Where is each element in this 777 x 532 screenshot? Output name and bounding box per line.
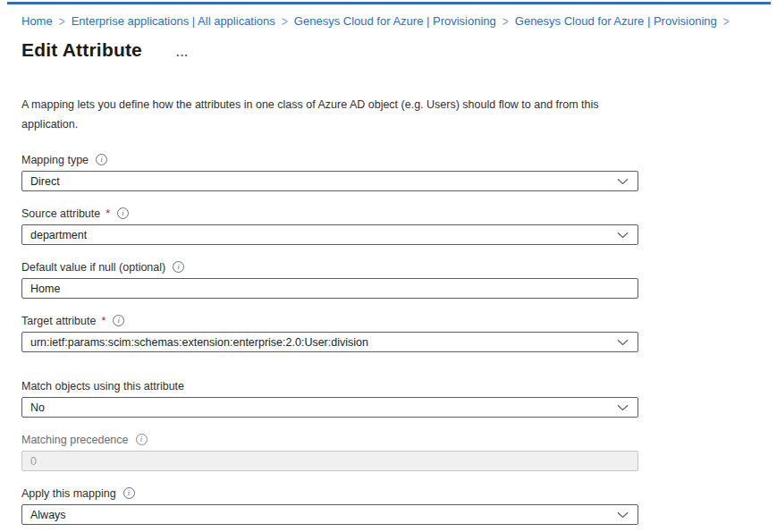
field-label: Apply this mapping bbox=[21, 487, 116, 500]
field-default-value: Default value if null (optional) i Home bbox=[21, 260, 756, 299]
chevron-down-icon bbox=[617, 404, 629, 411]
dropdown-value: department bbox=[30, 229, 87, 241]
field-label-row: Target attribute * i bbox=[21, 314, 756, 327]
chevron-down-icon bbox=[617, 511, 629, 519]
input-value: Home bbox=[30, 283, 60, 295]
target-attribute-dropdown[interactable]: urn:ietf:params:scim:schemas:extension:e… bbox=[21, 332, 638, 352]
breadcrumb-separator-icon: > bbox=[282, 13, 288, 28]
mapping-type-dropdown[interactable]: Direct bbox=[21, 171, 638, 191]
more-options-button[interactable]: ... bbox=[176, 43, 189, 57]
breadcrumb-home[interactable]: Home bbox=[21, 14, 53, 28]
info-icon[interactable]: i bbox=[113, 315, 124, 326]
field-apply-mapping: Apply this mapping i Always bbox=[21, 486, 756, 525]
required-asterisk: * bbox=[101, 315, 106, 327]
edit-attribute-form: Mapping type i Direct Source attribute *… bbox=[21, 153, 756, 525]
field-label-row: Mapping type i bbox=[21, 153, 756, 166]
field-label-row: Default value if null (optional) i bbox=[21, 260, 756, 274]
info-icon[interactable]: i bbox=[117, 207, 129, 219]
breadcrumb-separator-icon: > bbox=[59, 13, 65, 28]
source-attribute-dropdown[interactable]: department bbox=[21, 224, 638, 245]
page-title: Edit Attribute bbox=[21, 39, 142, 61]
field-label: Matching precedence bbox=[21, 434, 129, 446]
info-icon[interactable]: i bbox=[136, 434, 148, 445]
field-mapping-type: Mapping type i Direct bbox=[21, 153, 756, 191]
field-label: Target attribute bbox=[21, 315, 96, 327]
info-icon[interactable]: i bbox=[123, 487, 135, 499]
matching-precedence-input: 0 bbox=[21, 451, 638, 471]
field-matching-precedence: Matching precedence i 0 bbox=[21, 433, 756, 471]
field-label: Source attribute bbox=[21, 207, 100, 220]
chevron-down-icon bbox=[617, 232, 629, 239]
title-row: Edit Attribute ... bbox=[21, 39, 756, 61]
field-label-row: Apply this mapping i bbox=[21, 486, 756, 500]
dropdown-value: No bbox=[30, 401, 45, 414]
top-accent-bar bbox=[7, 2, 771, 4]
breadcrumb-separator-icon: > bbox=[723, 13, 730, 28]
breadcrumb: Home > Enterprise applications | All app… bbox=[21, 14, 756, 28]
field-target-attribute: Target attribute * i urn:ietf:params:sci… bbox=[21, 314, 756, 352]
dropdown-value: Direct bbox=[30, 175, 60, 188]
dropdown-value: Always bbox=[30, 509, 66, 521]
info-icon[interactable]: i bbox=[96, 154, 107, 165]
default-value-input[interactable]: Home bbox=[21, 278, 638, 299]
apply-mapping-dropdown[interactable]: Always bbox=[21, 504, 638, 525]
breadcrumb-enterprise-applications[interactable]: Enterprise applications | All applicatio… bbox=[72, 14, 275, 28]
field-match-objects: Match objects using this attribute No bbox=[21, 379, 756, 418]
chevron-down-icon bbox=[617, 178, 629, 185]
breadcrumb-genesys-provisioning-1[interactable]: Genesys Cloud for Azure | Provisioning bbox=[294, 14, 496, 28]
required-asterisk: * bbox=[106, 207, 110, 220]
match-objects-dropdown[interactable]: No bbox=[21, 397, 638, 418]
field-label-row: Match objects using this attribute bbox=[21, 379, 756, 393]
dropdown-value: urn:ietf:params:scim:schemas:extension:e… bbox=[30, 336, 368, 349]
field-label: Default value if null (optional) bbox=[21, 261, 165, 274]
field-label-row: Source attribute * i bbox=[21, 207, 756, 220]
field-source-attribute: Source attribute * i department bbox=[21, 207, 756, 245]
field-label: Mapping type bbox=[21, 154, 89, 166]
field-label: Match objects using this attribute bbox=[21, 380, 184, 393]
breadcrumb-separator-icon: > bbox=[503, 13, 509, 28]
input-value: 0 bbox=[30, 455, 37, 468]
mapping-description: A mapping lets you define how the attrib… bbox=[21, 95, 647, 134]
chevron-down-icon bbox=[617, 339, 629, 346]
info-icon[interactable]: i bbox=[173, 261, 184, 273]
breadcrumb-genesys-provisioning-2[interactable]: Genesys Cloud for Azure | Provisioning bbox=[515, 14, 717, 28]
field-label-row: Matching precedence i bbox=[21, 433, 756, 446]
page-content: Home > Enterprise applications | All app… bbox=[0, 0, 777, 525]
